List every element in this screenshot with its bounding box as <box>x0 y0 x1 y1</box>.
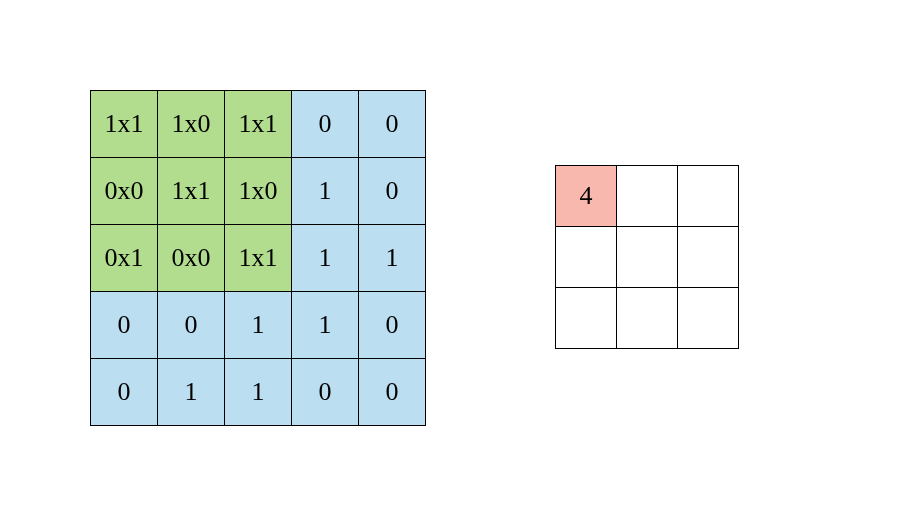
input-cell: 1 <box>225 292 292 359</box>
input-cell: 0 <box>91 359 158 426</box>
input-cell: 1 <box>292 292 359 359</box>
input-cell: 0x0 <box>158 225 225 292</box>
input-cell: 0 <box>91 292 158 359</box>
input-row: 0 0 1 1 0 <box>91 292 426 359</box>
output-cell <box>678 227 739 288</box>
input-cell: 0x0 <box>91 158 158 225</box>
input-cell: 1 <box>225 359 292 426</box>
input-cell: 0 <box>158 292 225 359</box>
input-cell: 0 <box>359 91 426 158</box>
input-cell: 1x1 <box>91 91 158 158</box>
output-cell <box>617 227 678 288</box>
input-cell: 1 <box>158 359 225 426</box>
input-cell: 1x1 <box>225 225 292 292</box>
input-cell: 0 <box>359 158 426 225</box>
output-row: 4 <box>556 166 739 227</box>
input-cell: 1x1 <box>225 91 292 158</box>
output-cell <box>678 166 739 227</box>
output-cell <box>678 288 739 349</box>
input-cell: 1x1 <box>158 158 225 225</box>
input-cell: 0 <box>292 359 359 426</box>
input-cell: 1 <box>292 158 359 225</box>
input-cell: 1 <box>359 225 426 292</box>
output-matrix: 4 <box>555 165 739 349</box>
input-cell: 0 <box>292 91 359 158</box>
input-cell: 0 <box>359 292 426 359</box>
output-cell <box>617 166 678 227</box>
output-row <box>556 288 739 349</box>
input-cell: 0x1 <box>91 225 158 292</box>
output-cell <box>617 288 678 349</box>
input-cell: 1 <box>292 225 359 292</box>
input-row: 1x1 1x0 1x1 0 0 <box>91 91 426 158</box>
output-cell: 4 <box>556 166 617 227</box>
output-row <box>556 227 739 288</box>
input-row: 0x0 1x1 1x0 1 0 <box>91 158 426 225</box>
output-cell <box>556 288 617 349</box>
input-matrix: 1x1 1x0 1x1 0 0 0x0 1x1 1x0 1 0 0x1 0x0 … <box>90 90 426 426</box>
input-cell: 1x0 <box>158 91 225 158</box>
input-row: 0 1 1 0 0 <box>91 359 426 426</box>
input-cell: 1x0 <box>225 158 292 225</box>
input-cell: 0 <box>359 359 426 426</box>
input-row: 0x1 0x0 1x1 1 1 <box>91 225 426 292</box>
output-cell <box>556 227 617 288</box>
